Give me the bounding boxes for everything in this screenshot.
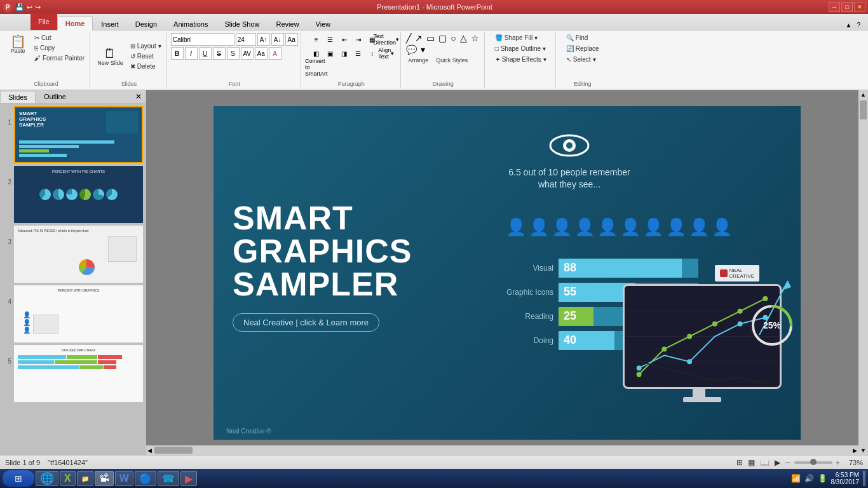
tab-review[interactable]: Review [268,17,308,30]
cta-button[interactable]: Neal Creative | click & Learn more [233,313,379,332]
zoom-slider[interactable] [794,461,832,464]
char-spacing-btn[interactable]: AV [241,47,254,60]
layout-btn[interactable]: ⊞ Layout ▾ [128,41,164,51]
view-slideshow-btn[interactable]: ▶ [773,458,782,467]
clear-format-btn[interactable]: Aa [285,33,298,46]
shape-arrow[interactable]: ↗ [414,33,424,43]
scroll-right-btn[interactable]: ▶ [851,447,858,454]
strikethrough-btn[interactable]: S [213,47,226,60]
vertical-scrollbar[interactable]: ▲ ▼ [858,90,868,455]
underline-btn[interactable]: U [199,47,212,60]
cut-btn[interactable]: ✂ Cut [32,33,87,43]
shape-outline-btn[interactable]: □ Shape Outline ▾ [492,44,548,53]
italic-btn[interactable]: I [185,47,198,60]
taskbar-chrome[interactable]: 🔵 [135,471,156,486]
tab-view[interactable]: View [308,17,339,30]
view-reading-btn[interactable]: 📖 [759,458,771,467]
zoom-in-btn[interactable]: + [835,459,841,466]
outline-tab[interactable]: Outline [36,90,74,103]
increase-indent-btn[interactable]: ⇥ [352,33,365,46]
view-normal-btn[interactable]: ⊞ [735,458,744,467]
slide-preview-5[interactable]: STACKED BAR CHART [14,345,143,402]
help-btn[interactable]: ? [854,20,863,30]
maximize-btn[interactable]: □ [841,2,853,12]
replace-btn[interactable]: 🔄 Replace [564,44,602,53]
font-name-input[interactable] [171,33,234,46]
quick-styles-btn[interactable]: Quick Styles [433,55,471,65]
copy-btn[interactable]: ⎘ Copy [32,43,87,53]
slide-preview-3[interactable]: Advanced: PIE IN PIECES | what's in the … [14,226,143,283]
taskbar-pp2[interactable]: ▶ [180,471,197,486]
qat-undo[interactable]: ↩ [27,3,32,11]
scroll-down-btn[interactable]: ▼ [859,446,867,455]
font-shrink-btn[interactable]: A↓ [271,33,284,46]
sidebar-close-btn[interactable]: ✕ [132,90,146,103]
line-spacing-btn[interactable]: ↕ [366,47,379,60]
change-case-btn[interactable]: Aa [255,47,268,60]
font-color-btn[interactable]: A [269,47,281,60]
select-btn[interactable]: ↖ Select ▾ [564,55,599,64]
arrange-btn[interactable]: Arrange [405,55,431,65]
taskbar-volume-icon[interactable]: 🔊 [804,474,814,483]
shape-oval[interactable]: ○ [449,33,457,43]
tab-animations[interactable]: Animations [165,17,216,30]
text-direction-btn[interactable]: Text Direction ▾ [380,33,393,46]
close-btn[interactable]: ✕ [854,2,865,12]
align-right-btn[interactable]: ◨ [338,47,351,60]
tab-home[interactable]: Home [57,17,93,30]
numbered-list-btn[interactable]: ☰ [324,33,337,46]
zoom-out-btn[interactable]: ─ [784,459,792,466]
office-logo[interactable]: P [3,1,13,13]
taskbar-word[interactable]: W [115,471,133,486]
tab-slideshow[interactable]: Slide Show [216,17,268,30]
taskbar-files[interactable]: 📁 [77,471,93,486]
font-grow-btn[interactable]: A↑ [257,33,270,46]
justify-btn[interactable]: ☰ [352,47,365,60]
paste-btn[interactable]: 📋 Paste [5,33,31,56]
taskbar-ie[interactable]: 🌐 [36,471,58,486]
show-desktop-btn[interactable] [863,471,865,486]
slide-preview-2[interactable]: PERCENT WITH PIE CHARTS [14,166,143,223]
qat-redo[interactable]: ↪ [35,3,41,11]
taskbar-ppt[interactable]: 📽 [95,471,114,486]
slide-thumb-2[interactable]: 2 PERCENT WITH PIE CHARTS [3,166,143,223]
shape-rounded[interactable]: ▢ [437,33,448,43]
align-text-btn[interactable]: Align Text ▾ [380,47,393,60]
shape-effects-btn[interactable]: ✦ Shape Effects ▾ [492,55,549,64]
h-scroll-thumb[interactable] [154,447,193,454]
start-btn[interactable]: ⊞ [3,470,34,487]
format-painter-btn[interactable]: 🖌 Format Painter [32,53,87,63]
font-size-input[interactable] [236,33,256,46]
slide-canvas[interactable]: SMART GRAPHICS SAMPLER Neal Creative | c… [214,106,801,440]
shadow-btn[interactable]: S [227,47,240,60]
shape-more[interactable]: ▾ [419,44,426,55]
slides-tab[interactable]: Slides [0,91,36,103]
taskbar-excel[interactable]: X [60,471,76,486]
find-btn[interactable]: 🔍 Find [564,33,590,43]
horizontal-scrollbar[interactable]: ◀ ▶ [146,445,858,455]
scroll-left-btn[interactable]: ◀ [146,447,153,454]
taskbar-skype[interactable]: ☎ [158,471,179,486]
ribbon-minimize-btn[interactable]: ▲ [843,20,855,30]
decrease-indent-btn[interactable]: ⇤ [338,33,351,46]
slide-thumb-4[interactable]: 4 PERCENT WITH GRAPHICS 👤👤👤 [3,285,143,342]
qat-save[interactable]: 💾 [15,3,24,11]
minimize-btn[interactable]: ─ [829,2,840,12]
shape-fill-btn[interactable]: 🪣 Shape Fill ▾ [492,33,540,43]
new-slide-btn[interactable]: 🗒 New Slide [94,45,126,68]
shape-rect[interactable]: ▭ [425,33,436,43]
shape-tri[interactable]: △ [459,33,468,43]
bullet-list-btn[interactable]: ≡ [310,33,323,46]
shape-callout[interactable]: 💬 [405,44,418,55]
slides-panel[interactable]: 1 SMARTGRAPHICSSAMPLER [0,104,146,455]
slide-thumb-1[interactable]: 1 SMARTGRAPHICSSAMPLER [3,106,143,163]
shape-line[interactable]: ╱ [405,33,412,43]
tab-insert[interactable]: Insert [93,17,127,30]
delete-btn[interactable]: ✖ Delete [128,62,164,71]
scroll-up-btn[interactable]: ▲ [859,90,867,99]
tab-file[interactable]: File [31,13,57,30]
shape-star[interactable]: ☆ [470,33,480,43]
zoom-level[interactable]: 73% [844,459,863,466]
slide-thumb-5[interactable]: 5 STACKED BAR CHART [3,345,143,402]
view-sorter-btn[interactable]: ▦ [747,458,756,467]
